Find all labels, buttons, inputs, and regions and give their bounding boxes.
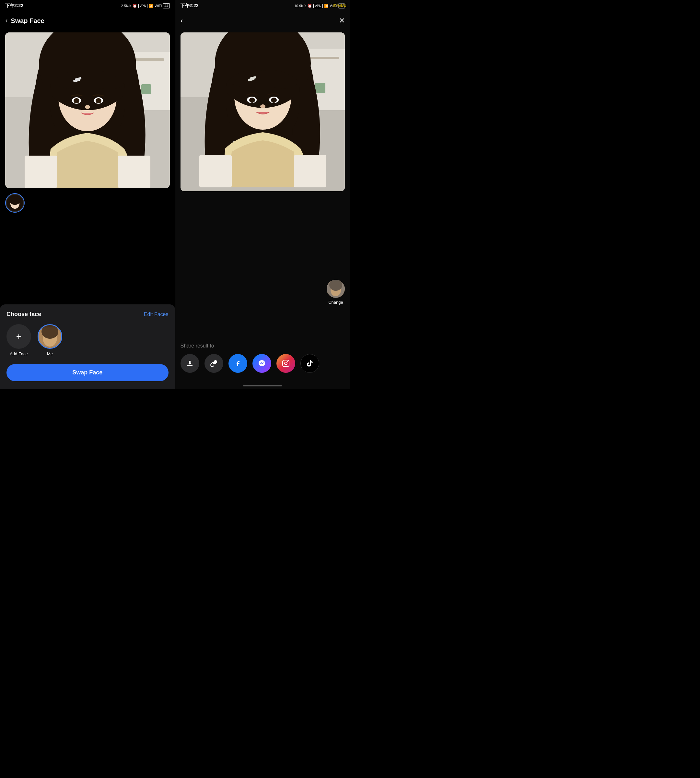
page-title-left: Swap Face xyxy=(11,17,44,25)
svg-rect-28 xyxy=(315,83,325,93)
share-messenger-button[interactable] xyxy=(252,354,271,373)
vpn-badge-left: VPN xyxy=(138,4,148,8)
change-label: Change xyxy=(328,300,343,305)
speed-indicator-right: 10.9K/s xyxy=(294,4,306,8)
alarm-icon-right: ⏰ xyxy=(308,4,312,8)
choose-face-title: Choose face xyxy=(7,311,41,318)
me-face-photo xyxy=(38,325,61,348)
svg-rect-44 xyxy=(327,280,345,298)
left-panel: 下午2:22 2.5K/s ⏰ VPN 📶 WiFi 44 ‹ Swap Fac… xyxy=(0,0,175,389)
svg-point-11 xyxy=(73,98,79,104)
svg-point-38 xyxy=(260,104,265,108)
status-bar-right: 下午2:22 10.9K/s ⏰ VPN 📶 WiFi 44 知鸟论坛 xyxy=(175,0,350,12)
status-icons-right: 10.9K/s ⏰ VPN 📶 WiFi 44 知鸟论坛 xyxy=(294,3,345,8)
add-face-circle[interactable]: + xyxy=(7,324,31,349)
svg-rect-15 xyxy=(25,155,57,188)
speed-indicator-left: 2.5K/s xyxy=(121,4,131,8)
back-button-left[interactable]: ‹ xyxy=(5,17,7,25)
svg-rect-4 xyxy=(141,84,151,94)
svg-rect-39 xyxy=(199,155,232,187)
plus-icon: + xyxy=(16,332,22,341)
me-face-option[interactable]: Me xyxy=(38,324,62,356)
svg-point-35 xyxy=(249,98,255,103)
svg-rect-45 xyxy=(283,360,289,367)
main-photo-left xyxy=(5,32,170,188)
back-button-right[interactable]: ‹ xyxy=(180,17,183,25)
edit-faces-button[interactable]: Edit Faces xyxy=(144,312,168,317)
share-instagram-button[interactable] xyxy=(277,354,295,373)
svg-rect-23 xyxy=(38,325,61,348)
share-title: Share result to xyxy=(180,343,345,349)
home-indicator-right xyxy=(243,385,282,386)
svg-rect-16 xyxy=(118,155,150,188)
share-link-button[interactable] xyxy=(205,354,223,373)
main-image-container-left xyxy=(5,32,170,188)
status-time-left: 下午2:22 xyxy=(5,3,23,9)
right-main-image-container xyxy=(180,32,345,191)
add-face-option[interactable]: + Add Face xyxy=(7,324,31,356)
right-main-photo xyxy=(180,32,345,191)
choose-face-header: Choose face Edit Faces xyxy=(7,311,168,318)
watermark-logo: 知鸟论坛 xyxy=(332,3,347,8)
battery-left: 44 xyxy=(163,3,170,8)
wifi-icon-left: WiFi xyxy=(155,4,162,8)
header-right: ‹ ✕ xyxy=(175,12,350,30)
svg-point-13 xyxy=(96,98,102,104)
svg-point-47 xyxy=(287,361,288,362)
svg-point-19 xyxy=(9,195,21,205)
face-options: + Add Face Me xyxy=(7,324,168,356)
add-face-label: Add Face xyxy=(10,351,28,356)
right-panel: 下午2:22 10.9K/s ⏰ VPN 📶 WiFi 44 知鸟论坛 ‹ ✕ xyxy=(175,0,350,389)
share-icons-row xyxy=(180,354,345,373)
signal-icon-right: 📶 xyxy=(324,4,328,8)
svg-rect-3 xyxy=(132,58,164,61)
status-bar-left: 下午2:22 2.5K/s ⏰ VPN 📶 WiFi 44 xyxy=(0,0,175,12)
svg-point-14 xyxy=(85,105,90,109)
header-left: ‹ Swap Face xyxy=(0,12,175,30)
status-icons-left: 2.5K/s ⏰ VPN 📶 WiFi 44 xyxy=(121,3,170,8)
share-download-button[interactable] xyxy=(180,354,199,373)
share-facebook-button[interactable] xyxy=(228,354,247,373)
bottom-sheet: Choose face Edit Faces + Add Face xyxy=(0,304,175,389)
me-face-circle[interactable] xyxy=(38,324,62,349)
svg-point-37 xyxy=(271,98,277,103)
vpn-badge-right: VPN xyxy=(313,4,323,8)
change-avatar[interactable] xyxy=(327,280,345,298)
avatar-thumbnail[interactable] xyxy=(5,193,25,213)
swap-face-button[interactable]: Swap Face xyxy=(7,364,168,381)
close-button-right[interactable]: ✕ xyxy=(339,17,345,25)
svg-point-46 xyxy=(285,362,287,365)
share-tiktok-button[interactable] xyxy=(300,354,319,373)
change-area: Change xyxy=(327,280,345,305)
svg-rect-40 xyxy=(294,155,326,187)
thumbnail-area xyxy=(0,190,175,215)
me-label: Me xyxy=(47,351,53,356)
alarm-icon: ⏰ xyxy=(133,4,137,8)
signal-icon-left: 📶 xyxy=(149,4,153,8)
status-time-right: 下午2:22 xyxy=(180,3,199,9)
share-area: Share result to xyxy=(180,343,345,373)
